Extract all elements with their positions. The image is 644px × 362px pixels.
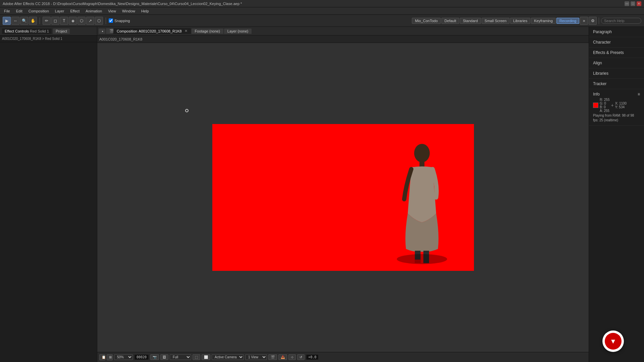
person-figure xyxy=(400,142,444,263)
snapshot-btn[interactable]: 📷 xyxy=(150,354,159,360)
sub-tab-bar: A001C020_170608_R1K8 xyxy=(97,36,589,43)
comp-tab-close[interactable]: ✕ xyxy=(184,29,187,33)
info-xy: X: 1100 Y: 534 xyxy=(615,102,627,109)
search-input[interactable] xyxy=(601,18,641,24)
workspace-more[interactable]: » xyxy=(580,17,588,25)
info-status: Playing from RAM: 98 of 98fps: 25 (realt… xyxy=(593,113,640,123)
workspace-default[interactable]: Default xyxy=(441,18,459,24)
viewer-info-btn[interactable]: 📋 xyxy=(99,354,105,360)
panel-info[interactable]: Info ≡ R: 255 G: 0 B: 0 A: 255 + X: 1100… xyxy=(589,89,644,126)
tab-effect-controls[interactable]: Effect Controls Red Solid 1 xyxy=(2,28,52,34)
shape-tool[interactable]: ◻ xyxy=(51,17,59,25)
plus-icon: + xyxy=(611,103,613,108)
output-btn[interactable]: 📤 xyxy=(278,354,287,360)
workspace-settings[interactable]: ⚙ xyxy=(589,17,597,25)
menu-view[interactable]: View xyxy=(105,8,119,14)
menu-window[interactable]: Window xyxy=(119,8,138,14)
hand-tool[interactable]: ✋ xyxy=(29,17,37,25)
menu-file[interactable]: File xyxy=(1,8,13,14)
text-tool[interactable]: T xyxy=(60,17,68,25)
brush-tool[interactable]: ◈ xyxy=(69,17,77,25)
render-btn[interactable]: 🎬 xyxy=(268,354,277,360)
menu-layer[interactable]: Layer xyxy=(52,8,67,14)
workspace-mio[interactable]: Mio_ConTodo xyxy=(412,18,441,24)
view-select[interactable]: 1 View 2 Views 4 Views xyxy=(245,354,267,360)
pen-tool[interactable]: ✏ xyxy=(43,17,51,25)
maximize-button[interactable]: □ xyxy=(631,1,635,6)
panel-character[interactable]: Character xyxy=(589,37,644,48)
info-x: X: 1100 xyxy=(615,102,627,105)
close-button[interactable]: ✕ xyxy=(637,1,641,6)
app-title: Adobe After Effects CC 2018 - D:\Dropbox… xyxy=(3,2,242,6)
comp-panel-icon: ▪ xyxy=(99,28,105,34)
comp-panel-icon2: 🎬 xyxy=(106,28,113,34)
select-tool[interactable]: ▶ xyxy=(3,17,11,25)
svg-point-0 xyxy=(414,144,430,162)
sep2 xyxy=(106,17,106,24)
minimize-button[interactable]: — xyxy=(625,1,629,6)
workspace-small-screen[interactable]: Small Screen xyxy=(482,18,509,24)
menu-composition[interactable]: Composition xyxy=(26,8,52,14)
main-area: Effect Controls Red Solid 1 Project A001… xyxy=(0,27,644,362)
sep1 xyxy=(40,17,40,24)
info-color-row: R: 255 G: 0 B: 0 A: 255 + X: 1100 Y: 534 xyxy=(593,98,640,113)
camera-select[interactable]: Active Camera xyxy=(212,354,244,360)
menu-effect[interactable]: Effect xyxy=(67,8,82,14)
workspace-group: Mio_ConTodo Default Standard Small Scree… xyxy=(412,17,641,25)
reset-btn[interactable]: ↺ xyxy=(297,354,305,360)
info-menu-icon[interactable]: ≡ xyxy=(638,92,640,97)
panel-header: Effect Controls Red Solid 1 Project xyxy=(0,27,97,36)
region-btn[interactable]: ⬚ xyxy=(193,354,200,360)
sub-tab-name: A001C020_170608_R1K8 xyxy=(99,37,142,41)
workspace-keyframing[interactable]: Keyframing xyxy=(531,18,556,24)
quality-select[interactable]: Full Half Quarter xyxy=(170,354,191,360)
tab-footage[interactable]: Footage (none) xyxy=(192,28,223,34)
menu-bar: File Edit Composition Layer Effect Anima… xyxy=(0,7,644,15)
viewer-grid-btn[interactable]: ⊞ xyxy=(107,354,113,360)
mocha-badge[interactable]: ▼ xyxy=(602,330,624,352)
window-controls[interactable]: — □ ✕ xyxy=(625,1,641,6)
show-snapshot-btn[interactable]: 🖼 xyxy=(160,354,168,360)
panel-libraries[interactable]: Libraries xyxy=(589,68,644,79)
workspace-libraries[interactable]: Libraries xyxy=(510,18,530,24)
workspace-standard[interactable]: Standard xyxy=(460,18,481,24)
menu-help[interactable]: Help xyxy=(139,8,152,14)
snapping-label: Snapping xyxy=(114,19,130,23)
info-g: G: 0 xyxy=(600,102,609,105)
sep3 xyxy=(599,17,599,24)
panel-paragraph[interactable]: Paragraph xyxy=(589,27,644,37)
tool-group-draw: ✏ ◻ T ◈ ⬡ ↗ ⬡ xyxy=(43,17,103,25)
info-header: Info ≡ xyxy=(593,92,640,97)
info-rgba: R: 255 G: 0 B: 0 A: 255 xyxy=(600,98,609,113)
panel-tracker[interactable]: Tracker xyxy=(589,79,644,89)
transparency-btn[interactable]: ⬜ xyxy=(202,354,210,360)
snapping-group: Snapping xyxy=(109,18,130,23)
tab-composition[interactable]: Composition A001C020_170608_R1K8 ✕ xyxy=(113,28,191,34)
stamp-tool[interactable]: ⬡ xyxy=(77,17,86,25)
toolbar: ▶ ↔ 🔍 ✋ ✏ ◻ T ◈ ⬡ ↗ ⬡ Snapping Mio_ConTo… xyxy=(0,15,644,27)
center-area: ▪ 🎬 Composition A001C020_170608_R1K8 ✕ F… xyxy=(97,27,589,362)
mocha-badge-inner: ▼ xyxy=(605,333,622,350)
menu-edit[interactable]: Edit xyxy=(13,8,25,14)
zoom-tool[interactable]: 🔍 xyxy=(20,17,28,25)
flowchart-btn[interactable]: ⊹ xyxy=(288,354,296,360)
snapping-checkbox[interactable] xyxy=(109,18,113,23)
title-bar: Adobe After Effects CC 2018 - D:\Dropbox… xyxy=(0,0,644,7)
menu-animation[interactable]: Animation xyxy=(83,8,105,14)
tab-layer[interactable]: Layer (none) xyxy=(224,28,252,34)
exposure-display: +0.0 xyxy=(306,354,319,360)
svg-rect-1 xyxy=(419,161,424,167)
puppet-tool[interactable]: ↗ xyxy=(86,17,94,25)
workspace-recording[interactable]: Recording xyxy=(556,18,579,24)
extra-tool[interactable]: ⬡ xyxy=(95,17,103,25)
panel-align[interactable]: Align xyxy=(589,58,644,68)
panel-effects-presets[interactable]: Effects & Presets xyxy=(589,48,644,58)
info-title: Info xyxy=(593,92,600,97)
tab-project[interactable]: Project xyxy=(53,28,70,34)
move-tool[interactable]: ↔ xyxy=(11,17,19,25)
zoom-select[interactable]: 50% 100% 25% xyxy=(114,354,133,360)
composition-viewer[interactable] xyxy=(97,43,589,352)
comp-tab-name: A001C020_170608_R1K8 xyxy=(139,29,181,33)
breadcrumb: A001C020_170608_R1K8 > Red Solid 1 xyxy=(0,36,97,42)
effect-controls-content xyxy=(0,42,97,362)
